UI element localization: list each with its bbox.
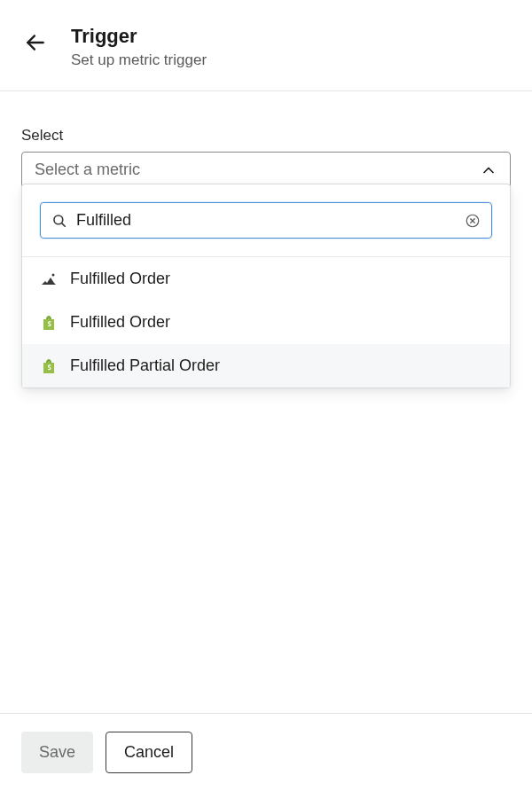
- metric-dropdown: Fulfilled Order Fulfilled Order: [21, 184, 511, 388]
- select-label: Select: [21, 127, 511, 145]
- metric-select[interactable]: Select a metric: [21, 152, 511, 188]
- arrow-left-icon: [24, 31, 47, 54]
- option-label: Fulfilled Order: [70, 270, 170, 288]
- svg-point-6: [52, 273, 55, 276]
- header-text-group: Trigger Set up metric trigger: [71, 25, 207, 69]
- search-container: [22, 184, 510, 257]
- search-input-wrapper[interactable]: [40, 202, 492, 239]
- metric-option[interactable]: Fulfilled Order: [22, 301, 510, 344]
- svg-line-2: [62, 223, 66, 226]
- svg-point-1: [54, 215, 63, 224]
- metric-option[interactable]: Fulfilled Partial Order: [22, 344, 510, 388]
- option-label: Fulfilled Order: [70, 313, 170, 332]
- save-button[interactable]: Save: [21, 732, 93, 773]
- select-placeholder: Select a metric: [35, 161, 140, 179]
- page-footer: Save Cancel: [0, 713, 532, 791]
- options-list: Fulfilled Order Fulfilled Order: [22, 257, 510, 388]
- cancel-button[interactable]: Cancel: [106, 732, 192, 773]
- metric-option[interactable]: Fulfilled Order: [22, 257, 510, 301]
- clear-search-button[interactable]: [465, 213, 481, 229]
- search-icon: [51, 213, 67, 229]
- shopify-icon: [40, 314, 58, 332]
- custom-metric-icon: [40, 270, 58, 288]
- page-header: Trigger Set up metric trigger: [0, 0, 532, 90]
- page-subtitle: Set up metric trigger: [71, 51, 207, 69]
- shopify-icon: [40, 357, 58, 375]
- close-circle-icon: [465, 213, 481, 229]
- back-button[interactable]: [21, 28, 50, 57]
- content-area: Select Select a metric: [0, 91, 532, 188]
- page-title: Trigger: [71, 25, 207, 48]
- chevron-up-icon: [480, 161, 497, 179]
- search-input[interactable]: [76, 211, 456, 230]
- option-label: Fulfilled Partial Order: [70, 356, 220, 375]
